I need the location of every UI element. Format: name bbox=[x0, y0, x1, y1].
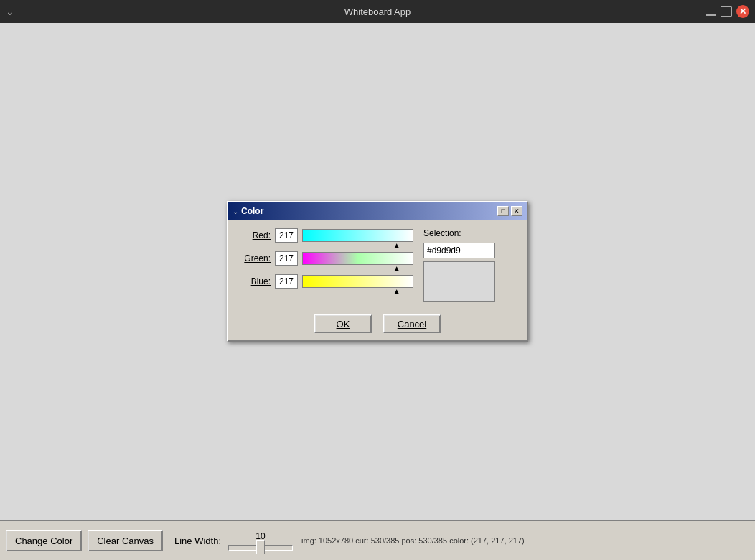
dialog-close-button[interactable]: ✕ bbox=[511, 206, 522, 216]
dialog-chevron-icon[interactable]: ⌄ bbox=[233, 207, 238, 215]
green-slider-track[interactable]: ▲ bbox=[302, 252, 413, 265]
canvas-area[interactable]: ⌄ Color □ ✕ Red: 217 bbox=[0, 23, 755, 520]
color-preview-swatch bbox=[423, 261, 495, 302]
titlebar: ⌄ Whiteboard App ✕ bbox=[0, 0, 755, 23]
dialog-buttons: OK Cancel bbox=[228, 309, 527, 340]
green-gradient bbox=[302, 252, 413, 265]
dialog-titlebar: ⌄ Color □ ✕ bbox=[228, 202, 527, 220]
red-value[interactable]: 217 bbox=[275, 228, 298, 243]
titlebar-chevron-icon[interactable]: ⌄ bbox=[6, 6, 14, 17]
blue-slider-track[interactable]: ▲ bbox=[302, 275, 413, 288]
close-button[interactable]: ✕ bbox=[736, 5, 749, 18]
color-selection-panel: Selection: bbox=[423, 228, 495, 302]
line-width-thumb[interactable] bbox=[256, 540, 265, 554]
dialog-title-controls: □ ✕ bbox=[497, 206, 522, 216]
red-gradient bbox=[302, 229, 413, 242]
green-slider-row: Green: 217 ▲ bbox=[238, 251, 415, 266]
status-bar: img: 755x560 cur: 530/385 pos: 530/385 … bbox=[301, 536, 525, 545]
green-value[interactable]: 217 bbox=[275, 251, 298, 266]
dialog-title: Color bbox=[241, 206, 263, 216]
green-label: Green: bbox=[238, 253, 271, 263]
selection-label: Selection: bbox=[423, 228, 495, 238]
red-slider-arrow: ▲ bbox=[393, 241, 400, 249]
blue-slider-row: Blue: 217 ▲ bbox=[238, 274, 415, 289]
hex-color-input[interactable] bbox=[423, 243, 495, 258]
titlebar-left: ⌄ bbox=[6, 6, 20, 17]
blue-value[interactable]: 217 bbox=[275, 274, 298, 289]
red-slider-row: Red: 217 ▲ bbox=[238, 228, 415, 243]
maximize-button[interactable] bbox=[721, 6, 732, 17]
change-color-button[interactable]: Change Color bbox=[6, 530, 82, 551]
dialog-title-left: ⌄ Color bbox=[233, 206, 263, 216]
toolbar: Change Color Clear Canvas Line Width: 10… bbox=[0, 520, 755, 560]
ok-button[interactable]: OK bbox=[314, 314, 372, 333]
red-slider-track[interactable]: ▲ bbox=[302, 229, 413, 242]
window-controls: ✕ bbox=[706, 5, 749, 18]
modal-overlay: ⌄ Color □ ✕ Red: 217 bbox=[0, 23, 755, 520]
color-dialog: ⌄ Color □ ✕ Red: 217 bbox=[227, 201, 528, 342]
dialog-maximize-button[interactable]: □ bbox=[497, 206, 509, 216]
blue-slider-arrow: ▲ bbox=[393, 287, 400, 295]
blue-gradient bbox=[302, 275, 413, 288]
line-width-slider-container: 10 bbox=[228, 531, 293, 551]
dialog-body: Red: 217 ▲ Green: 217 bbox=[228, 220, 527, 309]
line-width-track[interactable] bbox=[228, 545, 293, 551]
blue-label: Blue: bbox=[238, 276, 271, 286]
line-width-label: Line Width: bbox=[174, 536, 221, 546]
minimize-button[interactable] bbox=[706, 14, 716, 16]
red-label: Red: bbox=[238, 230, 271, 241]
dialog-content-row: Red: 217 ▲ Green: 217 bbox=[238, 228, 517, 302]
green-slider-arrow: ▲ bbox=[393, 264, 400, 272]
clear-canvas-button[interactable]: Clear Canvas bbox=[88, 530, 163, 551]
cancel-button[interactable]: Cancel bbox=[383, 314, 441, 333]
color-sliders: Red: 217 ▲ Green: 217 bbox=[238, 228, 415, 293]
app-title: Whiteboard App bbox=[344, 6, 411, 17]
